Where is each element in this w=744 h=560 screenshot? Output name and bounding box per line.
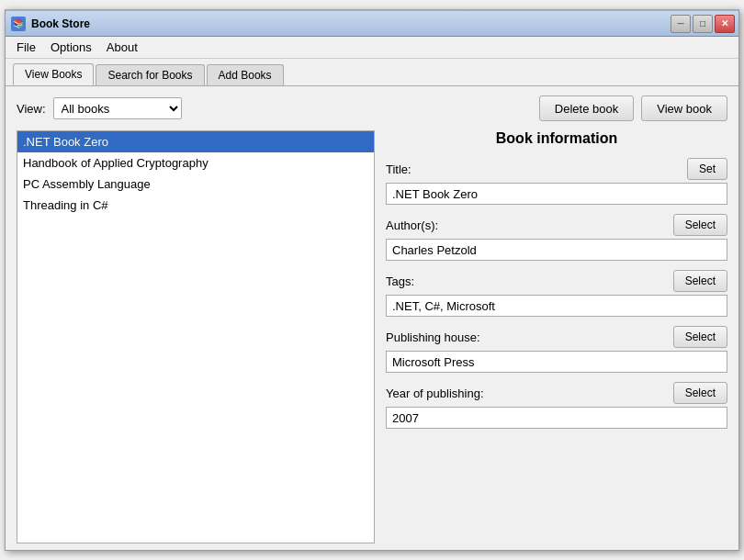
- title-set-button[interactable]: Set: [687, 158, 727, 180]
- tab-search-books[interactable]: Search for Books: [96, 64, 204, 85]
- delete-book-button[interactable]: Delete book: [539, 95, 634, 121]
- window-title: Book Store: [31, 17, 90, 30]
- title-bar-left: 📚 Book Store: [11, 17, 90, 31]
- maximize-button[interactable]: □: [693, 15, 713, 33]
- tabs-bar: View Books Search for Books Add Books: [6, 59, 738, 86]
- list-item[interactable]: Handbook of Applied Cryptography: [17, 152, 374, 174]
- tab-view-books[interactable]: View Books: [13, 63, 94, 85]
- list-item[interactable]: Threading in C#: [17, 195, 374, 216]
- view-select[interactable]: All books: [53, 97, 182, 119]
- menu-file[interactable]: File: [9, 39, 43, 56]
- content-area: View: All books Delete book View book .N…: [6, 86, 738, 553]
- tags-select-button[interactable]: Select: [673, 270, 727, 292]
- authors-field-row: Author(s): Select Charles Petzold: [386, 214, 727, 261]
- publishing-field-row: Publishing house: Select Microsoft Press: [386, 326, 727, 373]
- tags-field-header: Tags: Select: [386, 270, 727, 292]
- menu-bar: File Options About: [6, 37, 738, 59]
- action-buttons: Delete book View book: [539, 95, 727, 121]
- publishing-field-header: Publishing house: Select: [386, 326, 727, 348]
- title-field-header: Title: Set: [386, 158, 727, 180]
- view-book-button[interactable]: View book: [641, 95, 727, 121]
- publishing-label: Publishing house:: [386, 330, 480, 344]
- publishing-select-button[interactable]: Select: [673, 326, 727, 348]
- list-item[interactable]: .NET Book Zero: [17, 131, 374, 152]
- title-label: Title:: [386, 162, 411, 176]
- tags-value: .NET, C#, Microsoft: [386, 295, 727, 317]
- authors-value: Charles Petzold: [386, 239, 727, 261]
- title-value: .NET Book Zero: [386, 183, 727, 205]
- tags-field-row: Tags: Select .NET, C#, Microsoft: [386, 270, 727, 317]
- book-info-panel: Book information Title: Set .NET Book Ze…: [386, 130, 727, 543]
- main-area: .NET Book Zero Handbook of Applied Crypt…: [17, 130, 727, 543]
- minimize-button[interactable]: ─: [671, 15, 691, 33]
- close-button[interactable]: ✕: [715, 15, 735, 33]
- year-field-row: Year of publishing: Select 2007: [386, 382, 727, 429]
- title-bar: 📚 Book Store ─ □ ✕: [6, 11, 738, 37]
- year-select-button[interactable]: Select: [673, 382, 727, 404]
- app-icon: 📚: [11, 17, 26, 31]
- authors-select-button[interactable]: Select: [673, 214, 727, 236]
- authors-label: Author(s):: [386, 218, 438, 232]
- menu-options[interactable]: Options: [43, 39, 99, 56]
- tags-label: Tags:: [386, 274, 414, 288]
- menu-about[interactable]: About: [99, 39, 145, 56]
- authors-field-header: Author(s): Select: [386, 214, 727, 236]
- window-controls: ─ □ ✕: [671, 15, 735, 33]
- book-list-panel[interactable]: .NET Book Zero Handbook of Applied Crypt…: [17, 130, 375, 543]
- year-label: Year of publishing:: [386, 386, 484, 400]
- list-item[interactable]: PC Assembly Language: [17, 174, 374, 195]
- book-info-heading: Book information: [386, 130, 727, 147]
- main-window: 📚 Book Store ─ □ ✕ File Options About Vi…: [5, 9, 739, 551]
- title-field-row: Title: Set .NET Book Zero: [386, 158, 727, 205]
- publishing-value: Microsoft Press: [386, 351, 727, 373]
- year-value: 2007: [386, 407, 727, 429]
- view-label: View:: [17, 102, 46, 116]
- year-field-header: Year of publishing: Select: [386, 382, 727, 404]
- tab-add-books[interactable]: Add Books: [207, 64, 284, 85]
- view-row: View: All books: [17, 97, 182, 119]
- top-controls: View: All books Delete book View book: [17, 95, 727, 121]
